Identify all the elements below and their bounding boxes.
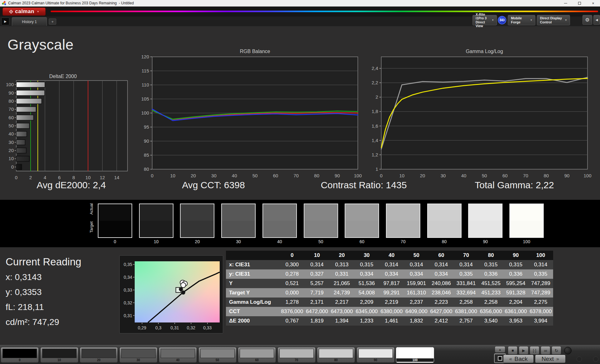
display-status-yellow: [538, 16, 539, 24]
maximize-button[interactable]: [572, 0, 586, 7]
svg-text:40: 40: [8, 131, 14, 136]
meter-status-green: [473, 16, 475, 24]
avg-de2000-stat: Avg dE2000: 2,4: [37, 180, 106, 190]
level-button-20[interactable]: 20: [80, 347, 118, 363]
level-label: 100: [396, 358, 434, 362]
table-cell: 5,257: [305, 279, 330, 288]
swatch-level-label: 30: [221, 239, 256, 244]
step-button[interactable]: [·]: [530, 346, 539, 355]
row-label: y: CIE31: [226, 269, 280, 279]
tab-history-1[interactable]: History 1: [12, 17, 47, 26]
calman-menu-button[interactable]: calman ▼: [2, 7, 46, 16]
level-button-10[interactable]: 10: [40, 347, 78, 363]
table-cell: 99,291: [379, 288, 404, 298]
table-cell: 1,832: [404, 316, 429, 326]
next-label: Next: [542, 356, 554, 362]
grayscale-swatch-0: [98, 204, 132, 238]
status-led-indicator: [564, 347, 572, 354]
svg-text:80: 80: [8, 98, 14, 104]
pattern-source-dropdown[interactable]: Mobile Forge ▼: [508, 15, 535, 25]
table-cell: 6345,000: [354, 307, 379, 316]
stop-button[interactable]: ■: [508, 346, 518, 355]
collapse-panel-button[interactable]: ◀: [593, 15, 600, 25]
table-cell: 2,204: [503, 298, 528, 307]
table-cell: 6378,000: [528, 307, 553, 316]
svg-text:60: 60: [8, 115, 14, 120]
svg-text:30: 30: [211, 173, 217, 178]
table-cell: 0,327: [305, 269, 330, 279]
minimize-button[interactable]: [559, 0, 572, 7]
target-patch: [222, 221, 255, 237]
table-cell: 2,275: [528, 298, 553, 307]
refresh-icon: ↻: [555, 348, 558, 353]
swatch-level-label: 10: [138, 239, 174, 244]
level-button-50[interactable]: 50: [198, 347, 237, 363]
svg-text:0,3: 0,3: [155, 325, 162, 330]
expand-up-button[interactable]: ▲: [495, 346, 505, 353]
level-button-60[interactable]: 60: [238, 347, 276, 363]
table-cell: 6361,000: [503, 307, 528, 316]
meter-label: X-Rite i1Pro 3Direct View: [476, 12, 490, 27]
svg-text:2: 2: [376, 94, 378, 100]
svg-text:90: 90: [8, 90, 14, 96]
level-button-30[interactable]: 30: [119, 347, 158, 363]
title-bar: Calman 2023 Calman Ultimate for Business…: [0, 0, 600, 7]
actual-row-label: Actual: [89, 210, 94, 215]
table-cell: 97,817: [379, 279, 404, 288]
table-cell: 0,767: [280, 316, 305, 326]
table-cell: 2,223: [429, 298, 454, 307]
grayscale-swatch-60: [345, 204, 379, 238]
table-cell: 451,233: [478, 288, 503, 298]
table-header: [226, 251, 280, 260]
swatch-level-label: 90: [468, 239, 503, 244]
cie-chromaticity-chart: 0,350,340,330,320,310,290,30,310,320,33: [119, 255, 223, 333]
back-button[interactable]: « Back: [503, 355, 534, 363]
add-tab-button[interactable]: +: [49, 18, 56, 25]
level-button-90[interactable]: 90: [357, 347, 395, 363]
svg-text:0: 0: [11, 164, 14, 170]
continuous-button[interactable]: ∞: [541, 346, 550, 355]
table-cell: 21,065: [329, 279, 354, 288]
target-patch: [304, 221, 338, 237]
svg-text:50: 50: [482, 173, 487, 178]
close-button[interactable]: ×: [586, 0, 600, 7]
avg-cct-stat: Avg CCT: 6398: [182, 180, 245, 190]
chevron-down-icon: ▼: [529, 19, 534, 22]
gear-icon: ⚙: [585, 17, 589, 23]
actual-patch: [469, 204, 502, 221]
actual-patch: [387, 204, 420, 221]
settings-gear-button[interactable]: ⚙: [582, 15, 592, 25]
svg-text:12: 12: [100, 175, 105, 180]
actual-patch: [98, 204, 132, 221]
actual-patch: [510, 204, 543, 221]
level-button-70[interactable]: 70: [278, 347, 316, 363]
display-control-dropdown[interactable]: Direct Display Control ▼: [537, 15, 570, 25]
svg-text:0,32: 0,32: [187, 325, 195, 330]
level-button-100[interactable]: 100: [396, 347, 434, 363]
level-patch: [279, 349, 314, 358]
refresh-button[interactable]: ↻: [552, 346, 561, 355]
table-cell: 0,521: [280, 279, 305, 288]
svg-text:10: 10: [85, 175, 91, 180]
play-button[interactable]: ▶: [519, 346, 528, 355]
level-patch: [82, 349, 116, 358]
next-button[interactable]: Next »: [535, 355, 566, 363]
level-button-80[interactable]: 80: [317, 347, 355, 363]
table-cell: 2,219: [379, 298, 404, 307]
svg-text:85: 85: [144, 152, 149, 158]
actual-patch: [304, 204, 338, 221]
level-button-0[interactable]: 0: [1, 347, 39, 363]
meter-dropdown-i1pro3[interactable]: X-Rite i1Pro 3Direct View ▼: [472, 15, 497, 25]
chevrons-left-icon: «: [509, 356, 512, 362]
table-cell: 159,901: [404, 279, 429, 288]
level-button-40[interactable]: 40: [159, 347, 197, 363]
chevron-down-icon: ▼: [37, 10, 39, 13]
table-header: 50: [404, 251, 429, 260]
panel-toggle-button[interactable]: ▶: [1, 17, 9, 25]
grayscale-swatch-strip: Actual Target 0102030405060708090100: [0, 200, 600, 247]
svg-text:40: 40: [232, 173, 237, 178]
actual-patch: [181, 204, 214, 221]
meter-reading-badge[interactable]: 343: [498, 16, 506, 24]
svg-text:2,2: 2,2: [372, 80, 378, 85]
table-cell: 1,233: [354, 316, 379, 326]
